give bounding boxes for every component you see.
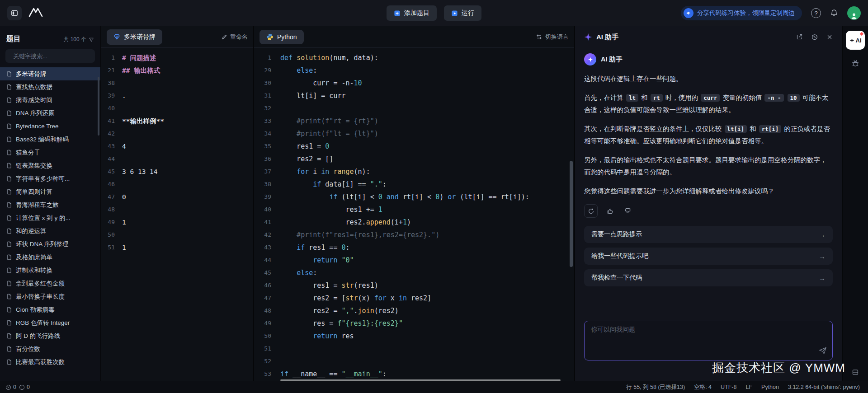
main-content: 题目 共 100 个 多米诺骨牌查找热点数据病毒感染时间DNA 序列还原Byte… (0, 26, 868, 381)
history-icon[interactable] (811, 33, 818, 41)
thumbs-up-button[interactable] (604, 205, 616, 217)
ai-rail-button[interactable]: AI (846, 31, 865, 50)
ai-paragraph: 您觉得这些问题需要我进一步为您详细解释或者给出修改建议吗？ (584, 185, 833, 197)
warning-icon (19, 384, 25, 390)
editor-vertical-scrollbar[interactable] (570, 161, 573, 267)
code-line: 31 lt[i] = curr (254, 89, 574, 102)
error-indicator[interactable]: 0 (5, 384, 16, 390)
status-bar: 0 0 行 55, 列 58 (已选择13)空格: 4UTF-8LFPython… (0, 381, 868, 393)
sidebar-item[interactable]: 链表聚集交换 (0, 159, 100, 172)
sidebar-item[interactable]: 阿 D 的飞行路线 (0, 329, 100, 342)
sidebar-item[interactable]: Cion 勒索病毒 (0, 303, 100, 316)
status-item[interactable]: 3.12.2 64-bit ('shims': pyenv) (788, 384, 860, 390)
sidebar-item[interactable]: 和的逆运算 (0, 225, 100, 238)
markdown-line: 48 (101, 203, 253, 216)
sidebar-item[interactable]: 及格如此简单 (0, 251, 100, 264)
document-icon (6, 202, 12, 208)
document-icon (6, 228, 12, 234)
code-editor-panel: Python 切换语言 1def solution(num, data):29 … (254, 26, 574, 381)
markdown-line: 38 (101, 77, 253, 89)
bug-rail-button[interactable] (851, 59, 860, 70)
problem-tab[interactable]: 多米诺骨牌 (107, 29, 162, 45)
suggestion-button[interactable]: 帮我检查一下代码→ (584, 269, 833, 286)
problem-content[interactable]: 1# 问题描述21## 输出格式3839.4041**输出样例**4243444… (101, 48, 253, 381)
switch-language-button[interactable]: 切换语言 (536, 33, 569, 41)
error-count: 0 (13, 384, 16, 390)
suggestion-button[interactable]: 给我一些代码提示吧→ (584, 248, 833, 265)
rename-button[interactable]: 重命名 (221, 33, 248, 41)
add-problem-label: 添加题目 (404, 9, 429, 17)
code-line: 36 res2 = [] (254, 153, 574, 165)
suggestion-button[interactable]: 需要一点思路提示→ (584, 226, 833, 243)
sidebar-toggle-button[interactable] (7, 6, 22, 20)
markdown-line: 40 (101, 102, 253, 115)
status-item[interactable]: UTF-8 (721, 384, 736, 390)
code-line: 44 return "0" (254, 254, 574, 267)
status-item[interactable]: Python (761, 384, 779, 390)
sidebar-item[interactable]: Base32 编码和解码 (0, 133, 100, 146)
sidebar-item[interactable]: 多米诺骨牌 (0, 67, 100, 80)
document-icon (6, 150, 12, 155)
panel-layout-icon (852, 369, 859, 376)
filter-icon[interactable] (89, 37, 94, 42)
sidebar-item[interactable]: 猫鱼分干 (0, 146, 100, 159)
sidebar-item[interactable]: 查找热点数据 (0, 80, 100, 94)
code-line: 43 if res1 == 0: (254, 241, 574, 254)
code-line: 49 res = f"{res1}:{res2}" (254, 317, 574, 330)
sidebar-item[interactable]: 计算位置 x 到 y 的... (0, 211, 100, 225)
user-avatar[interactable] (847, 6, 861, 20)
status-item[interactable]: LF (745, 384, 752, 390)
sidebar-item[interactable]: 字符串有多少种可... (0, 172, 100, 185)
markdown-line: 50 (101, 229, 253, 241)
editor-horizontal-scrollbar[interactable] (280, 379, 561, 381)
topbar: 添加题目 运行 分享代码练习体验，领限量定制周边 ? (0, 0, 868, 26)
pencil-icon (221, 34, 227, 40)
sidebar-item[interactable]: DNA 序列还原 (0, 107, 100, 120)
code-line: 48 res2 = ",".join(res2) (254, 304, 574, 317)
warning-count: 0 (27, 384, 30, 390)
rename-label: 重命名 (230, 33, 248, 41)
regenerate-button[interactable] (584, 204, 598, 218)
document-icon (6, 281, 12, 286)
panel-layout-button[interactable] (852, 369, 859, 378)
close-icon[interactable] (826, 34, 833, 40)
sidebar-scrollbar[interactable] (98, 77, 99, 136)
sidebar-item[interactable]: 环状 DNA 序列整理 (0, 238, 100, 251)
promo-banner[interactable]: 分享代码练习体验，领限量定制周边 (681, 6, 802, 20)
thumbs-down-button[interactable] (622, 205, 634, 217)
send-button[interactable] (819, 346, 827, 356)
sidebar-item[interactable]: 简单四则计算 (0, 185, 100, 198)
code-line: 39 if (lt[i] < 0 and rt[i] < 0) or (lt[i… (254, 191, 574, 203)
ai-sender-name: AI 助手 (601, 55, 623, 64)
ai-question-input[interactable] (591, 326, 826, 356)
bell-icon[interactable] (830, 9, 838, 17)
sidebar-item[interactable]: 最小替换子串长度 (0, 290, 100, 303)
document-icon (6, 163, 12, 168)
document-icon (6, 294, 12, 299)
swap-arrows-icon (536, 33, 542, 40)
markdown-line: 434 (101, 140, 253, 153)
add-problem-button[interactable]: 添加题目 (387, 5, 437, 21)
code-line: 51 (254, 342, 574, 355)
sidebar-item[interactable]: RGB 色值转 Integer (0, 316, 100, 329)
status-item[interactable]: 行 55, 列 58 (已选择13) (626, 384, 685, 391)
person-icon (850, 12, 858, 20)
markdown-line: 46 (101, 178, 253, 191)
sidebar-item[interactable]: 拿到最多红包金额 (0, 277, 100, 290)
refresh-icon (588, 208, 594, 215)
run-button[interactable]: 运行 (444, 5, 481, 21)
sidebar-item[interactable]: 百分位数 (0, 342, 100, 356)
status-item[interactable]: 空格: 4 (694, 384, 712, 391)
warning-indicator[interactable]: 0 (19, 384, 30, 390)
sidebar-item[interactable]: Bytedance Tree (0, 120, 100, 133)
search-input[interactable] (13, 53, 93, 60)
export-chat-icon[interactable] (796, 33, 803, 41)
code-content[interactable]: 1def solution(num, data):29 else:30 curr… (254, 48, 574, 381)
code-line: 34 #print(f"lt = {lt}") (254, 127, 574, 140)
sidebar-item[interactable]: 青海湖租车之旅 (0, 198, 100, 211)
help-icon[interactable]: ? (811, 8, 821, 18)
sidebar-item[interactable]: 进制求和转换 (0, 264, 100, 277)
sidebar-item[interactable]: 病毒感染时间 (0, 94, 100, 107)
language-tab[interactable]: Python (259, 30, 304, 44)
sidebar-item[interactable]: 比赛最高获胜次数 (0, 356, 100, 369)
